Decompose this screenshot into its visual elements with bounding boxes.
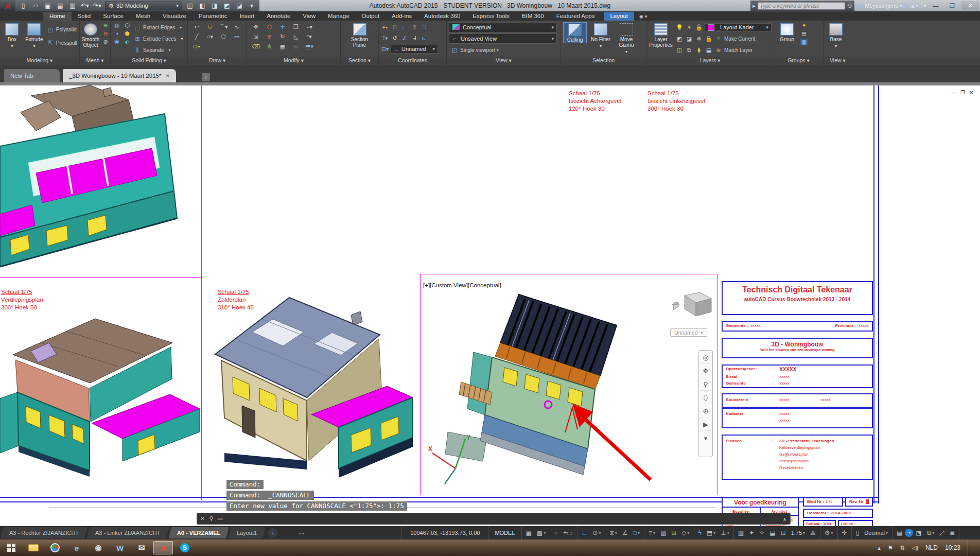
explode-icon[interactable]: ⬒▾ bbox=[305, 43, 313, 50]
layer-properties-button[interactable]: Layer Properties bbox=[649, 22, 673, 48]
viewcube-coordinate-dropdown[interactable]: Unnamed ▾ bbox=[670, 328, 707, 337]
zoom-icon[interactable]: ⚲ bbox=[700, 378, 711, 391]
tab-manage[interactable]: Manage bbox=[322, 12, 356, 21]
make-current-button[interactable]: ≡Make Current bbox=[714, 33, 756, 44]
taskbar-skype-icon[interactable]: S bbox=[175, 541, 195, 554]
annotation-monitor-icon[interactable]: ▥ bbox=[736, 529, 746, 536]
taskbar-mail-icon[interactable]: ✉ bbox=[132, 541, 151, 554]
annoallvisible-icon[interactable]: ⟁ bbox=[808, 529, 818, 536]
layout-tab-layout1[interactable]: Layout1 bbox=[228, 527, 266, 538]
pan-icon[interactable]: ✥ bbox=[700, 365, 711, 377]
showmotion-icon[interactable]: ▶ bbox=[700, 419, 711, 431]
tray-language[interactable]: NLD bbox=[925, 544, 938, 551]
layout-tab-verzamel[interactable]: A0 - VERZAMEL bbox=[168, 527, 229, 538]
preview-icon[interactable]: ◨ bbox=[210, 2, 219, 9]
autotrack-icon[interactable]: ∠ bbox=[620, 529, 631, 536]
lock-ui-icon[interactable]: ⬓ bbox=[767, 529, 778, 536]
dynamic-ucs-icon[interactable]: ⬒▾ bbox=[704, 529, 718, 536]
tab-insert[interactable]: Insert bbox=[233, 12, 260, 21]
layer-lock2-icon[interactable]: 🔒 bbox=[705, 36, 713, 42]
infer-constraints-icon[interactable]: ⌐ bbox=[552, 529, 561, 536]
panel-label-layers[interactable]: Layers ▾ bbox=[646, 57, 774, 65]
taskbar-media-icon[interactable]: ◉ bbox=[89, 541, 108, 554]
rotate3d-icon[interactable]: ⬡ bbox=[265, 24, 273, 30]
layer-thaw-icon[interactable]: ☀ bbox=[685, 24, 693, 31]
rotate-icon[interactable]: ⊕ bbox=[265, 33, 273, 40]
start-button[interactable] bbox=[0, 540, 23, 556]
tray-network-icon[interactable]: ⇅ bbox=[900, 545, 905, 551]
units-dropdown[interactable]: Decimal▾ bbox=[862, 530, 890, 536]
panel-label-draw[interactable]: Draw ▾ bbox=[188, 57, 247, 65]
autodesk360-icon[interactable]: X bbox=[904, 3, 908, 9]
move-gizmo-button[interactable]: Move Gizmo▾ bbox=[615, 22, 638, 55]
layer-unlock-icon[interactable]: ⬓ bbox=[705, 47, 713, 54]
shell-icon[interactable]: ⬖ bbox=[123, 39, 131, 45]
stretch-icon[interactable]: ⇲ bbox=[252, 33, 260, 40]
erase-icon[interactable]: ⌫ bbox=[252, 43, 260, 50]
hardware-accel-icon[interactable]: ϟ bbox=[696, 529, 704, 536]
tray-volume-icon[interactable]: ◁) bbox=[912, 545, 918, 551]
clean-screen-icon[interactable]: ◔ bbox=[905, 529, 913, 537]
tab-output[interactable]: Output bbox=[356, 12, 386, 21]
scale-icon[interactable]: ⋔ bbox=[265, 43, 273, 50]
units-ruler-icon[interactable]: ▯ bbox=[853, 529, 862, 536]
ucs-view-icon[interactable]: ⍇ bbox=[391, 24, 399, 31]
chevron-up-icon[interactable]: ▲ bbox=[782, 516, 787, 522]
ucs-prev-icon[interactable]: ↺ bbox=[391, 35, 399, 42]
new-layout-button[interactable]: + bbox=[268, 528, 277, 537]
restore-button[interactable]: ❐ bbox=[945, 1, 959, 10]
polyline-icon[interactable]: ↩ bbox=[192, 24, 201, 30]
ucs-status-icon[interactable]: ⊥▾ bbox=[718, 529, 731, 536]
saveas-icon[interactable]: ▤ bbox=[56, 2, 65, 9]
full-navigation-wheel-icon[interactable]: ◎ bbox=[700, 352, 711, 364]
plot-icon[interactable]: ▥ bbox=[68, 2, 77, 9]
intersect-icon[interactable]: ◉ bbox=[113, 38, 121, 45]
minimize-button[interactable]: — bbox=[929, 1, 943, 10]
layer-on-icon[interactable]: 💡 bbox=[675, 24, 684, 31]
match-layer-button[interactable]: ≋Match Layer bbox=[714, 45, 752, 55]
ucs-z-icon[interactable]: ∠ bbox=[400, 35, 409, 42]
tab-solid[interactable]: Solid bbox=[72, 12, 97, 21]
polar-icon[interactable]: ⊙▾ bbox=[590, 529, 603, 536]
close-icon[interactable]: ✕ bbox=[200, 515, 205, 522]
tab-featuredapps[interactable]: Featured Apps bbox=[550, 12, 601, 21]
panel-label-mesh[interactable]: Mesh ▾ bbox=[80, 57, 110, 65]
presspull-button[interactable]: ⇱Presspull bbox=[46, 38, 77, 48]
mesh-crease-icon[interactable]: ⊘ bbox=[101, 39, 110, 45]
customization-icon[interactable]: ⤢ bbox=[937, 529, 947, 536]
ucs-zaxis-icon[interactable]: Ⅎ bbox=[410, 35, 418, 42]
copy-icon[interactable]: ❒ bbox=[292, 24, 300, 30]
search-icon[interactable]: ⚲ bbox=[209, 515, 213, 522]
named-view-dropdown[interactable]: ⌐ Unsaved View▾ bbox=[449, 33, 557, 44]
steering-icon[interactable]: ⊕ bbox=[700, 405, 711, 418]
tab-home[interactable]: Home bbox=[43, 12, 72, 21]
polygon-icon[interactable]: ⬠ bbox=[219, 33, 227, 40]
panel-label-solid[interactable]: Solid Editing ▾ bbox=[111, 57, 187, 65]
redo-icon[interactable]: ↷▾ bbox=[93, 2, 102, 9]
rectangle-icon[interactable]: ▭ bbox=[233, 33, 241, 40]
tray-expand-icon[interactable]: ▴ bbox=[878, 545, 881, 551]
panel-label-groups[interactable]: Groups ▾ bbox=[774, 57, 823, 65]
hatch-icon[interactable]: ⛉ bbox=[206, 24, 214, 30]
lineweight-icon[interactable]: ≡▾ bbox=[646, 529, 658, 536]
sheetset-icon[interactable]: ◫ bbox=[185, 2, 195, 9]
ucs-origin-icon[interactable]: ∟ bbox=[400, 24, 409, 30]
ungroup-icon[interactable]: ✦ bbox=[800, 22, 808, 29]
grid-icon[interactable]: ▦ bbox=[523, 529, 534, 536]
layer-walk-icon[interactable]: ◫ bbox=[675, 47, 684, 54]
render-icon[interactable]: ◪ bbox=[235, 2, 244, 9]
model-paper-toggle[interactable]: MODEL bbox=[488, 526, 521, 540]
tab-parametric[interactable]: Parametric bbox=[192, 12, 234, 21]
layer-dropdown[interactable]: _Layout Kader▾ bbox=[705, 23, 772, 32]
tab-layout[interactable]: Layout bbox=[604, 12, 634, 21]
base-button[interactable]: Base▾ bbox=[826, 22, 846, 49]
ortho-icon[interactable]: ∟ bbox=[579, 529, 590, 536]
close-icon[interactable]: ✕ bbox=[165, 73, 169, 79]
ucs-name-dropdown[interactable]: ∟ Unnamed ▾ bbox=[391, 45, 438, 54]
polysolid-button[interactable]: ◳Polysolid bbox=[46, 24, 77, 34]
panel-label-selection[interactable]: Selection bbox=[561, 57, 646, 65]
search-input[interactable] bbox=[758, 2, 845, 10]
save-icon[interactable]: ▣ bbox=[43, 2, 52, 9]
help-icon[interactable]: ?▾ bbox=[920, 3, 926, 9]
viewport-config-dropdown[interactable]: ◱ Single viewport▾ bbox=[449, 45, 499, 55]
